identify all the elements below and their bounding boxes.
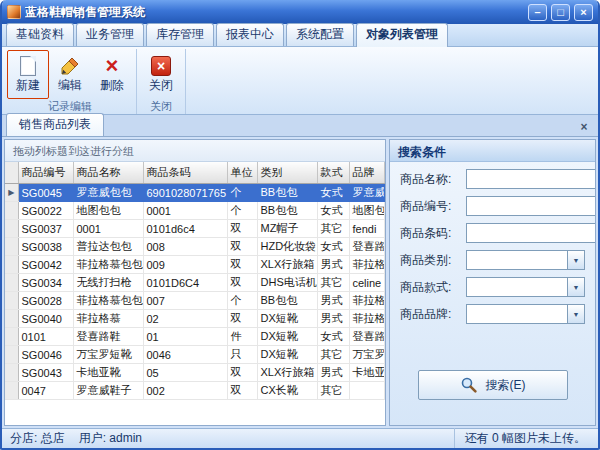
row-indicator: [5, 292, 18, 310]
maximize-button[interactable]: □: [551, 4, 570, 21]
search-panel-title: 搜索条件: [390, 140, 595, 162]
table-row[interactable]: SG0040 菲拉格慕 02 双 DX短靴 男式 菲拉格慕: [5, 310, 385, 328]
cell-product-name: 罗意威包包: [73, 184, 143, 202]
column-header-brand[interactable]: 品牌: [349, 162, 385, 184]
cell-barcode: 02: [143, 310, 227, 328]
cell-style: 其它: [317, 346, 349, 364]
product-name-input[interactable]: [466, 169, 596, 189]
document-tab-bar: 销售商品列表 ×: [2, 115, 598, 137]
tab-business[interactable]: 业务管理: [76, 23, 144, 46]
row-indicator: [5, 238, 18, 256]
table-row[interactable]: SG0042 菲拉格慕包包 009 双 XLX行旅箱 男式 菲拉格慕: [5, 256, 385, 274]
cell-unit: 个: [227, 292, 257, 310]
cell-category: DX短靴: [257, 310, 317, 328]
ribbon: 新建 编辑 × 删除 记录编辑: [2, 47, 598, 115]
cell-product-code: SG0022: [18, 202, 73, 220]
table-row[interactable]: ▶ SG0045 罗意威包包 6901028071765 个 BB包包 女式 罗…: [5, 184, 385, 202]
cell-barcode: 007: [143, 292, 227, 310]
column-header-product-code[interactable]: 商品编号: [18, 162, 73, 184]
cell-product-name: 无线打扫枪: [73, 274, 143, 292]
close-button[interactable]: × 关闭: [140, 50, 182, 99]
chevron-down-icon[interactable]: ▼: [567, 278, 584, 296]
cell-style: 女式: [317, 202, 349, 220]
table-row[interactable]: SG0022 地图包包 0001 个 BB包包 女式 地图包: [5, 202, 385, 220]
header-row: 商品编号 商品名称 商品条码 单位 类别 款式 品牌: [5, 162, 385, 184]
column-header-product-name[interactable]: 商品名称: [73, 162, 143, 184]
cell-style: 其它: [317, 220, 349, 238]
search-button-label: 搜索(E): [486, 377, 526, 394]
cell-category: BB包包: [257, 292, 317, 310]
group-by-box[interactable]: 拖动列标题到这进行分组: [5, 140, 385, 162]
field-product-name: 商品名称:: [400, 169, 585, 189]
cell-brand: 登喜路: [349, 328, 385, 346]
product-grid-panel: 拖动列标题到这进行分组 商品编号 商品名称 商品条码 单: [4, 139, 386, 426]
table-row[interactable]: 0101 登喜路鞋 01 件 DX短靴 女式 登喜路: [5, 328, 385, 346]
cell-brand: 登喜路: [349, 238, 385, 256]
close-window-button[interactable]: ×: [574, 4, 593, 21]
tab-system-config[interactable]: 系统配置: [286, 23, 354, 46]
tab-sales-product-list[interactable]: 销售商品列表: [6, 113, 104, 136]
delete-button[interactable]: × 删除: [91, 50, 133, 99]
table-row[interactable]: SG0028 菲拉格慕包包 007 个 BB包包 男式 菲拉格慕: [5, 292, 385, 310]
style-label: 商品款式:: [400, 279, 466, 296]
cell-category: DHS电话机: [257, 274, 317, 292]
cell-style: 男式: [317, 364, 349, 382]
tab-inventory[interactable]: 库存管理: [146, 23, 214, 46]
search-button[interactable]: 搜索(E): [418, 370, 568, 400]
cell-brand: fendi: [349, 220, 385, 238]
column-header-style[interactable]: 款式: [317, 162, 349, 184]
cell-product-name: 登喜路鞋: [73, 328, 143, 346]
cell-brand: 菲拉格慕: [349, 292, 385, 310]
cell-unit: 双: [227, 220, 257, 238]
search-panel: 搜索条件 商品名称: 商品编号: 商品条码: 商品类别: ▼ 商品款式:: [389, 139, 596, 426]
cell-product-code: 0101: [18, 328, 73, 346]
cell-product-code: SG0037: [18, 220, 73, 238]
cell-product-name: 普拉达包包: [73, 238, 143, 256]
tab-basic-data[interactable]: 基础资料: [6, 23, 74, 46]
barcode-input[interactable]: [466, 223, 596, 243]
cell-product-name: 菲拉格慕包包: [73, 292, 143, 310]
cell-barcode: 008: [143, 238, 227, 256]
table-row[interactable]: 0047 罗意威鞋子 002 双 CX长靴 其它: [5, 382, 385, 400]
cell-barcode: 0101d6c4: [143, 220, 227, 238]
cell-product-code: SG0028: [18, 292, 73, 310]
table-row[interactable]: SG0037 0001 0101d6c4 双 MZ帽子 其它 fendi: [5, 220, 385, 238]
cell-style: 其它: [317, 382, 349, 400]
cell-style: 男式: [317, 292, 349, 310]
chevron-down-icon[interactable]: ▼: [567, 305, 584, 323]
search-icon: [460, 376, 478, 394]
table-row[interactable]: SG0043 卡地亚靴 05 双 XLX行旅箱 男式 卡地亚: [5, 364, 385, 382]
grid-scroll-area[interactable]: 商品编号 商品名称 商品条码 单位 类别 款式 品牌 ▶ SG0045 罗意威包…: [5, 162, 385, 425]
style-select[interactable]: ▼: [466, 277, 585, 297]
column-header-barcode[interactable]: 商品条码: [143, 162, 227, 184]
column-header-category[interactable]: 类别: [257, 162, 317, 184]
field-category: 商品类别: ▼: [400, 250, 585, 270]
tab-reports[interactable]: 报表中心: [216, 23, 284, 46]
cell-product-code: SG0043: [18, 364, 73, 382]
table-row[interactable]: SG0046 万宝罗短靴 0046 只 DX短靴 其它 万宝罗: [5, 346, 385, 364]
delete-icon: ×: [106, 56, 119, 76]
cell-unit: 双: [227, 256, 257, 274]
cell-barcode: 01: [143, 328, 227, 346]
cell-unit: 双: [227, 364, 257, 382]
new-button[interactable]: 新建: [7, 50, 49, 99]
table-row[interactable]: SG0034 无线打扫枪 0101D6C4 双 DHS电话机 其它 celine: [5, 274, 385, 292]
close-tab-icon[interactable]: ×: [576, 120, 592, 134]
cell-product-code: SG0046: [18, 346, 73, 364]
category-select[interactable]: ▼: [466, 250, 585, 270]
minimize-button[interactable]: –: [528, 4, 547, 21]
cell-product-code: SG0038: [18, 238, 73, 256]
cell-unit: 个: [227, 184, 257, 202]
cell-category: BB包包: [257, 184, 317, 202]
tab-object-list[interactable]: 对象列表管理: [356, 23, 448, 47]
cell-unit: 个: [227, 202, 257, 220]
table-row[interactable]: SG0038 普拉达包包 008 双 HZD化妆袋 女式 登喜路: [5, 238, 385, 256]
field-brand: 商品品牌: ▼: [400, 304, 585, 324]
product-code-input[interactable]: [466, 196, 596, 216]
column-header-unit[interactable]: 单位: [227, 162, 257, 184]
chevron-down-icon[interactable]: ▼: [567, 251, 584, 269]
cell-style: 其它: [317, 274, 349, 292]
brand-select[interactable]: ▼: [466, 304, 585, 324]
ribbon-group-label-record-edit: 记录编辑: [7, 99, 133, 114]
edit-button[interactable]: 编辑: [49, 50, 91, 99]
